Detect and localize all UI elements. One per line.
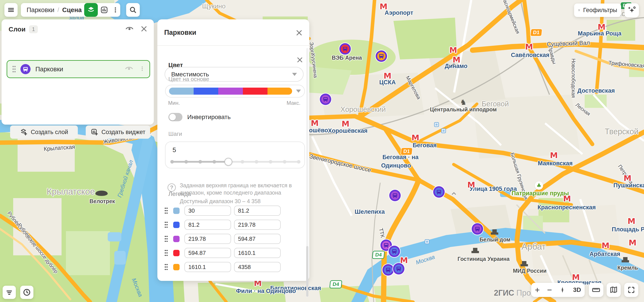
drag-handle-icon[interactable] — [164, 235, 168, 243]
legend-from-input[interactable] — [184, 234, 231, 244]
parking-marker[interactable] — [376, 50, 387, 62]
slider-tick[interactable] — [241, 160, 244, 164]
metro-station-icon[interactable]: М — [602, 242, 610, 250]
legend-to-input[interactable] — [234, 248, 281, 258]
layers-close-icon[interactable] — [140, 25, 148, 34]
legend-to-input[interactable] — [234, 262, 281, 272]
settings-close-icon[interactable] — [296, 29, 303, 37]
metro-station-icon[interactable]: М — [342, 120, 350, 128]
widgets-button[interactable] — [98, 3, 110, 17]
map-label-metro: Аэропорт — [385, 10, 413, 16]
help-icon[interactable]: ? — [168, 183, 176, 192]
metro-station-icon[interactable]: М — [572, 273, 580, 281]
legend-swatch[interactable] — [173, 250, 180, 256]
metro-station-icon[interactable]: М — [380, 3, 388, 11]
drag-handle-icon[interactable] — [12, 65, 16, 74]
legend-from-input[interactable] — [184, 206, 231, 216]
drag-handle-icon[interactable] — [164, 221, 168, 229]
parking-marker[interactable] — [433, 186, 445, 198]
metro-station-icon[interactable]: М — [628, 217, 636, 225]
metro-station-icon[interactable]: М — [525, 43, 533, 51]
breadcrumb-project[interactable]: Парковки — [26, 6, 54, 14]
parking-marker[interactable] — [382, 264, 394, 276]
legend-from-input[interactable] — [184, 220, 231, 230]
legend-swatch[interactable] — [173, 264, 180, 270]
zoom-out-button[interactable]: − — [547, 286, 552, 294]
color-collapse-chevron[interactable] — [450, 61, 457, 69]
legend-swatch[interactable] — [173, 208, 180, 214]
steps-value[interactable]: 5 — [172, 146, 176, 154]
three-d-button[interactable]: 3D — [573, 286, 581, 293]
layer-visibility-icon[interactable] — [125, 65, 133, 74]
metro-station-icon[interactable]: М — [467, 181, 475, 189]
metro-station-icon[interactable]: М — [563, 195, 571, 203]
scrollbar-track[interactable] — [306, 48, 308, 297]
legend-to-input[interactable] — [234, 206, 281, 216]
layer-kebab-icon[interactable] — [139, 65, 145, 74]
geofilters-button[interactable]: Геофильтры — [574, 4, 621, 17]
ruler-button[interactable] — [589, 283, 603, 297]
search-button[interactable] — [126, 3, 140, 17]
invert-toggle[interactable] — [168, 113, 182, 121]
breadcrumb-scene[interactable]: Сцена — [62, 6, 82, 14]
steps-slider-handle[interactable] — [224, 158, 232, 166]
metro-station-icon[interactable]: М — [628, 239, 636, 247]
legend-to-input[interactable] — [234, 220, 281, 230]
metro-station-icon[interactable]: М — [449, 46, 457, 54]
metro-station-icon[interactable]: М — [598, 23, 606, 31]
slider-tick[interactable] — [198, 160, 202, 164]
slider-tick[interactable] — [184, 160, 188, 164]
legend-collapse-chevron[interactable] — [450, 190, 457, 198]
gradient-dropdown[interactable] — [165, 85, 305, 97]
create-layer-button[interactable]: Создать слой — [10, 125, 78, 139]
slider-tick[interactable] — [297, 160, 300, 164]
legend-to-input[interactable] — [234, 234, 281, 244]
legend-from-input[interactable] — [184, 248, 231, 258]
history-button[interactable] — [20, 286, 34, 299]
rail-blue-icon — [441, 128, 446, 133]
map-label-street: Куусинена — [310, 53, 319, 78]
drag-handle-icon[interactable] — [164, 207, 168, 215]
more-options-button[interactable] — [110, 3, 120, 17]
color-basis-clear-icon[interactable] — [296, 56, 303, 64]
parking-marker[interactable] — [389, 190, 401, 201]
ai-assistant-button[interactable] — [624, 3, 639, 17]
metro-station-icon[interactable]: М — [550, 152, 558, 159]
drag-handle-icon[interactable] — [164, 249, 168, 257]
parking-marker[interactable] — [320, 94, 331, 105]
parking-marker[interactable] — [388, 246, 400, 257]
metro-station-icon[interactable]: М — [384, 72, 392, 80]
slider-tick[interactable] — [212, 160, 216, 164]
menu-button[interactable] — [4, 3, 18, 17]
scrollbar-thumb[interactable] — [306, 246, 308, 297]
drag-handle-icon[interactable] — [164, 263, 168, 271]
zoom-in-button[interactable]: + — [535, 286, 540, 294]
map-label-metro: Беговая — [413, 142, 437, 149]
color-basis-dropdown[interactable]: Вместимость — [165, 67, 304, 82]
legend-from-input[interactable] — [184, 262, 231, 272]
layers-toggle-button[interactable] — [84, 3, 98, 17]
metro-station-icon[interactable]: М — [311, 119, 319, 127]
parking-marker[interactable] — [393, 263, 404, 274]
layer-item-parkovki[interactable]: Парковки — [6, 60, 150, 78]
legend-swatch[interactable] — [173, 236, 180, 242]
legend-swatch[interactable] — [173, 222, 180, 228]
map-filter-button[interactable] — [3, 286, 16, 299]
parking-marker[interactable] — [339, 43, 351, 55]
map-label-district: Арбат — [522, 242, 546, 252]
invert-toggle-row[interactable]: Инвертировать — [168, 113, 230, 121]
metro-station-icon[interactable]: М — [624, 174, 632, 182]
slider-tick[interactable] — [269, 160, 272, 164]
slider-tick[interactable] — [283, 160, 286, 164]
slider-tick[interactable] — [255, 160, 258, 164]
slider-tick[interactable] — [170, 160, 174, 164]
metro-station-icon[interactable]: М — [412, 134, 419, 142]
fullscreen-button[interactable] — [624, 283, 638, 297]
steps-slider[interactable] — [172, 161, 299, 163]
map-style-button[interactable] — [607, 283, 621, 297]
parking-marker[interactable] — [472, 223, 483, 235]
compass-icon[interactable] — [559, 286, 566, 294]
metro-station-icon[interactable]: М — [400, 256, 408, 264]
create-widget-button[interactable]: Создать виджет — [86, 125, 150, 139]
layers-visibility-icon[interactable] — [125, 25, 134, 34]
